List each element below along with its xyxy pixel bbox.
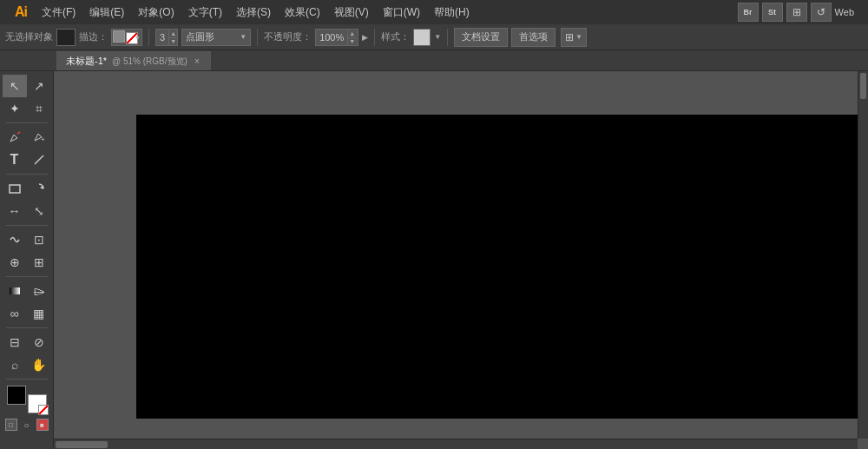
- blend-graph-row: ∞ ▦: [0, 302, 53, 325]
- warp-free-row: ⊡: [0, 228, 53, 251]
- rect-rotate-row: [0, 177, 53, 200]
- sync-icon[interactable]: ↺: [811, 3, 832, 22]
- reflect-scale-row: ↔ ⤡: [0, 200, 53, 222]
- draw-inside-btn[interactable]: ○: [21, 419, 33, 431]
- fill-color-swatch[interactable]: [56, 29, 76, 46]
- stroke-label: 描边：: [79, 30, 108, 43]
- main-area: ↖ ↗ ✦ ⌗ + T: [0, 71, 868, 449]
- type-tool-btn[interactable]: T: [3, 149, 27, 171]
- foreground-color-swatch[interactable]: [7, 386, 26, 405]
- direct-selection-tool-btn[interactable]: ↗: [27, 75, 51, 97]
- horizontal-scrollbar-thumb[interactable]: [56, 441, 108, 448]
- shape-chevron: ▼: [240, 33, 247, 41]
- horizontal-scrollbar[interactable]: [54, 439, 858, 449]
- free-transform-btn[interactable]: ⊡: [27, 228, 51, 251]
- no-selection-label: 无选择对象: [5, 30, 53, 43]
- opacity-expand-icon[interactable]: ▶: [362, 33, 368, 42]
- vertical-scrollbar-thumb[interactable]: [860, 73, 866, 99]
- style-color-swatch[interactable]: [413, 29, 431, 46]
- svg-rect-3: [10, 185, 20, 193]
- normal-mode-btn[interactable]: □: [5, 419, 17, 431]
- blend-tool-btn[interactable]: ∞: [3, 302, 27, 325]
- more-options-btn[interactable]: ⊞ ▼: [561, 28, 587, 47]
- more-chevron: ▼: [575, 33, 582, 41]
- app-logo: Ai: [7, 0, 35, 24]
- menu-object[interactable]: 对象(O): [131, 0, 181, 24]
- grid-icon[interactable]: ⊞: [786, 3, 807, 22]
- artboard-tool-btn[interactable]: ⊟: [3, 331, 27, 353]
- menu-type[interactable]: 文字(T): [181, 0, 229, 24]
- menu-file[interactable]: 文件(F): [35, 0, 82, 24]
- decrement-btn[interactable]: ▼: [169, 37, 177, 45]
- style-label: 样式：: [381, 30, 410, 43]
- stock-icon[interactable]: St: [762, 3, 783, 22]
- color-swatches-area: [3, 382, 50, 417]
- increment-btn[interactable]: ▲: [169, 30, 177, 37]
- hand-tool-btn[interactable]: ✋: [27, 353, 51, 376]
- separator-3: [374, 29, 375, 46]
- pen-tool-btn[interactable]: [3, 126, 27, 149]
- separator-2: [257, 29, 258, 46]
- document-tab[interactable]: 未标题-1* @ 51% (RGB/预览) ×: [56, 51, 211, 70]
- canvas-area: [54, 71, 868, 449]
- stroke-indicator[interactable]: [38, 405, 49, 415]
- warp-tool-btn[interactable]: [3, 228, 27, 251]
- stroke-selector[interactable]: ▼: [111, 29, 142, 46]
- reflect-tool-btn[interactable]: ↔: [3, 200, 27, 222]
- rectangle-tool-btn[interactable]: [3, 177, 27, 200]
- tool-sep-1: [6, 122, 48, 123]
- menu-help[interactable]: 帮助(H): [427, 0, 477, 24]
- menu-effect[interactable]: 效果(C): [278, 0, 327, 24]
- title-bar: Ai 文件(F) 编辑(E) 对象(O) 文字(T) 选择(S) 效果(C) 视…: [0, 0, 868, 24]
- artboard-slice-row: ⊟ ⊘: [0, 331, 53, 353]
- opacity-decrement-btn[interactable]: ▼: [348, 37, 356, 45]
- tool-sep-2: [6, 174, 48, 175]
- gradient-tool-btn[interactable]: [3, 280, 27, 302]
- gradient-eyedrop-row: ⌲: [0, 280, 53, 302]
- draw-behind-btn[interactable]: ■: [36, 419, 49, 431]
- doc-settings-btn[interactable]: 文档设置: [454, 28, 508, 47]
- rotate-tool-btn[interactable]: [27, 177, 51, 200]
- zoom-tool-btn[interactable]: ⌕: [3, 353, 27, 376]
- live-paint-btn[interactable]: ⊞: [27, 251, 51, 274]
- lasso-tool-btn[interactable]: ⌗: [27, 97, 51, 120]
- tab-info: @ 51% (RGB/预览): [112, 56, 187, 68]
- bridge-icon[interactable]: Br: [738, 3, 759, 22]
- menu-select[interactable]: 选择(S): [229, 0, 278, 24]
- vertical-scrollbar[interactable]: [858, 71, 868, 439]
- opacity-value: 100%: [316, 32, 347, 43]
- svg-rect-5: [10, 287, 20, 294]
- shapebuilder-livepaint-row: ⊕ ⊞: [0, 251, 53, 274]
- tab-title: 未标题-1*: [66, 55, 107, 68]
- svg-line-0: [17, 132, 20, 134]
- selection-tool-btn[interactable]: ↖: [3, 75, 27, 97]
- scale-tool-btn[interactable]: ⤡: [27, 200, 51, 222]
- shape-builder-btn[interactable]: ⊕: [3, 251, 27, 274]
- menu-edit[interactable]: 编辑(E): [82, 0, 131, 24]
- toolbox: ↖ ↗ ✦ ⌗ + T: [0, 71, 54, 449]
- opacity-label: 不透明度：: [264, 30, 312, 43]
- tool-sep-5: [6, 327, 48, 328]
- line-tool-btn[interactable]: [27, 149, 51, 171]
- svg-marker-4: [40, 186, 43, 189]
- tool-sep-4: [6, 276, 48, 277]
- magic-wand-tool-btn[interactable]: ✦: [3, 97, 27, 120]
- svg-line-2: [35, 155, 43, 164]
- preferences-btn[interactable]: 首选项: [511, 28, 556, 47]
- graph-tool-btn[interactable]: ▦: [27, 302, 51, 325]
- menu-window[interactable]: 窗口(W): [376, 0, 427, 24]
- menu-bar: 文件(F) 编辑(E) 对象(O) 文字(T) 选择(S) 效果(C) 视图(V…: [35, 0, 731, 24]
- menu-view[interactable]: 视图(V): [327, 0, 376, 24]
- shape-label: 点圆形: [186, 30, 214, 43]
- add-anchor-tool-btn[interactable]: +: [27, 126, 51, 149]
- slice-tool-btn[interactable]: ⊘: [27, 331, 51, 353]
- canvas: [136, 115, 868, 419]
- mode-icons-row: □ ○ ■: [0, 419, 53, 431]
- tab-close-btn[interactable]: ×: [193, 56, 201, 67]
- shape-dropdown[interactable]: 点圆形 ▼: [181, 29, 251, 46]
- style-chevron: ▼: [434, 33, 441, 41]
- zoom-hand-row: ⌕ ✋: [0, 353, 53, 376]
- pen-row: +: [0, 126, 53, 149]
- opacity-increment-btn[interactable]: ▲: [348, 30, 356, 37]
- eyedropper-tool-btn[interactable]: ⌲: [27, 280, 51, 302]
